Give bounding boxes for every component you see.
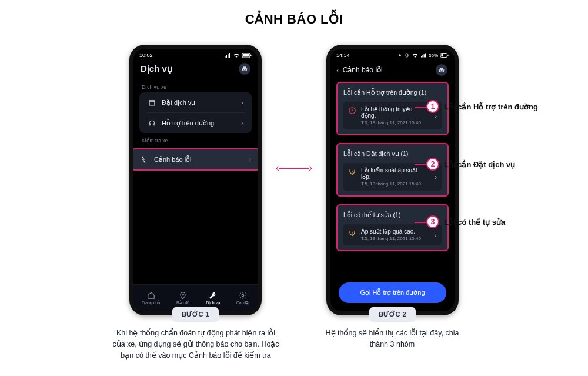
signal-icon bbox=[225, 53, 230, 58]
screen1-title: Dịch vụ bbox=[141, 64, 173, 74]
tpms-icon bbox=[348, 229, 356, 237]
row-roadside-label: Hỗ trợ trên đường bbox=[162, 119, 214, 127]
error-time: T.5, 18 tháng 11, 2021 15:40 bbox=[361, 181, 425, 187]
tpms-icon bbox=[348, 168, 356, 176]
map-pin-icon bbox=[179, 291, 187, 300]
wrench-icon bbox=[209, 291, 217, 300]
nav-settings[interactable]: Cài đặt bbox=[236, 291, 249, 305]
car-icon[interactable] bbox=[239, 63, 250, 75]
error-time: T.5, 18 tháng 11, 2021 15:40 bbox=[361, 120, 425, 125]
chevron-right-icon: › bbox=[435, 231, 437, 239]
powertrain-icon bbox=[348, 107, 356, 115]
battery-percent: 36% bbox=[429, 53, 438, 58]
callout-badge: 2 bbox=[426, 158, 439, 171]
chevron-right-icon: › bbox=[249, 156, 251, 163]
step-1-label: BƯỚC 1 bbox=[172, 307, 219, 322]
callout-text: Lỗi có thể tự sửa bbox=[444, 218, 505, 227]
section-vehicle-service: Dịch vụ xe bbox=[133, 79, 258, 92]
error-card-title: Lỗi cần Hỗ trợ trên đường (1) bbox=[343, 89, 442, 96]
error-time: T.5, 18 tháng 11, 2021 15:40 bbox=[361, 236, 425, 241]
callout-2: 2 Lỗi cần Đặt dịch vụ bbox=[426, 158, 515, 171]
row-book-label: Đặt dịch vụ bbox=[162, 99, 195, 107]
battery-icon bbox=[440, 53, 449, 58]
row-fault-label: Cảnh báo lỗi bbox=[154, 156, 192, 164]
status-bar: 10:02 bbox=[133, 49, 258, 62]
step-2-label: BƯỚC 2 bbox=[369, 307, 416, 322]
svg-rect-2 bbox=[250, 55, 252, 56]
battery-icon bbox=[242, 53, 252, 58]
back-icon[interactable]: ‹ bbox=[336, 65, 339, 75]
car-icon[interactable] bbox=[436, 64, 447, 76]
callout-badge: 1 bbox=[426, 100, 439, 113]
svg-point-3 bbox=[182, 294, 183, 295]
step-1-desc: Khi hệ thống chẩn đoán tự động phát hiện… bbox=[111, 328, 281, 361]
callout-3: 3 Lỗi có thể tự sửa bbox=[426, 215, 505, 228]
steps-row: BƯỚC 1 Khi hệ thống chẩn đoán tự động ph… bbox=[0, 307, 588, 361]
nav-home[interactable]: Trang chủ bbox=[142, 291, 160, 305]
screen2-title: Cảnh báo lỗi bbox=[343, 66, 383, 74]
row-roadside[interactable]: Hỗ trợ trên đường › bbox=[139, 113, 252, 133]
svg-rect-7 bbox=[441, 54, 443, 56]
diagnostic-icon bbox=[140, 155, 148, 164]
callout-text: Lỗi cần Hỗ trợ trên đường bbox=[444, 102, 538, 111]
phone-screen-1: 10:02 Dịch vụ Dịch vụ xe Đặt dịch vụ bbox=[129, 45, 262, 315]
chevron-right-icon: › bbox=[435, 173, 437, 181]
screen2-header: ‹ Cảnh báo lỗi bbox=[330, 62, 455, 82]
step-2: BƯỚC 2 Hệ thống sẽ hiển thị các lỗi tại … bbox=[326, 307, 459, 361]
callout-1: 1 Lỗi cần Hỗ trợ trên đường bbox=[426, 100, 538, 113]
status-bar: 14:34 36% bbox=[330, 49, 455, 62]
status-icons: 36% bbox=[397, 53, 449, 58]
stage: 10:02 Dịch vụ Dịch vụ xe Đặt dịch vụ bbox=[0, 45, 588, 315]
signal-icon bbox=[421, 53, 426, 58]
nav-service[interactable]: Dịch vụ bbox=[206, 291, 220, 305]
svg-rect-1 bbox=[243, 54, 249, 57]
nav-home-label: Trang chủ bbox=[142, 301, 160, 305]
row-book-service[interactable]: Đặt dịch vụ › bbox=[139, 92, 252, 112]
row-fault-alert-wrap: Cảnh báo lỗi › bbox=[133, 148, 258, 171]
wifi-icon bbox=[233, 53, 240, 58]
status-time: 14:34 bbox=[336, 52, 350, 58]
nav-service-label: Dịch vụ bbox=[206, 301, 220, 305]
home-icon bbox=[147, 291, 155, 300]
screen1-header: Dịch vụ bbox=[133, 62, 258, 79]
error-card-title: Lỗi cần Đặt dịch vụ (1) bbox=[343, 150, 442, 157]
chevron-right-icon: › bbox=[241, 99, 243, 106]
step-1: BƯỚC 1 Khi hệ thống chẩn đoán tự động ph… bbox=[129, 307, 262, 361]
svg-point-4 bbox=[242, 294, 244, 297]
call-roadside-button[interactable]: Gọi Hỗ trợ trên đường bbox=[339, 282, 446, 303]
calendar-icon bbox=[148, 98, 156, 107]
status-time: 10:02 bbox=[139, 52, 153, 58]
nav-map[interactable]: Bản đồ bbox=[176, 291, 189, 305]
section-check: Kiểm tra xe bbox=[133, 133, 258, 146]
nfc-icon bbox=[397, 53, 402, 58]
headset-icon bbox=[148, 119, 156, 127]
error-name: Lỗi kiểm soát áp suất lốp. bbox=[361, 167, 425, 180]
row-fault-alert[interactable]: Cảnh báo lỗi › bbox=[131, 148, 260, 171]
svg-rect-8 bbox=[447, 55, 448, 56]
svg-rect-5 bbox=[406, 54, 407, 57]
page-title: CẢNH BÁO LỖI bbox=[0, 0, 588, 27]
nav-settings-label: Cài đặt bbox=[236, 301, 249, 305]
step-connector: ‹ › bbox=[276, 162, 312, 174]
wifi-icon bbox=[412, 53, 419, 58]
callout-badge: 3 bbox=[426, 215, 439, 228]
error-name: Lỗi hệ thống truyền động. bbox=[361, 106, 425, 119]
chevron-right-icon: › bbox=[241, 119, 243, 127]
step-2-desc: Hệ thống sẽ hiển thị các lỗi tại đây, ch… bbox=[322, 328, 463, 350]
gear-icon bbox=[239, 291, 247, 300]
error-name: Áp suất lốp quá cao. bbox=[361, 228, 425, 235]
callout-text: Lỗi cần Đặt dịch vụ bbox=[444, 160, 515, 169]
phone-screen-2: 14:34 36% ‹ Cảnh báo lỗi Lỗi cần Hỗ trợ … bbox=[326, 45, 459, 315]
vehicle-service-group: Đặt dịch vụ › Hỗ trợ trên đường › bbox=[139, 92, 252, 133]
nav-map-label: Bản đồ bbox=[176, 301, 189, 305]
vibrate-icon bbox=[405, 53, 409, 58]
arrow-right-icon: › bbox=[309, 162, 312, 174]
status-icons bbox=[225, 53, 252, 58]
